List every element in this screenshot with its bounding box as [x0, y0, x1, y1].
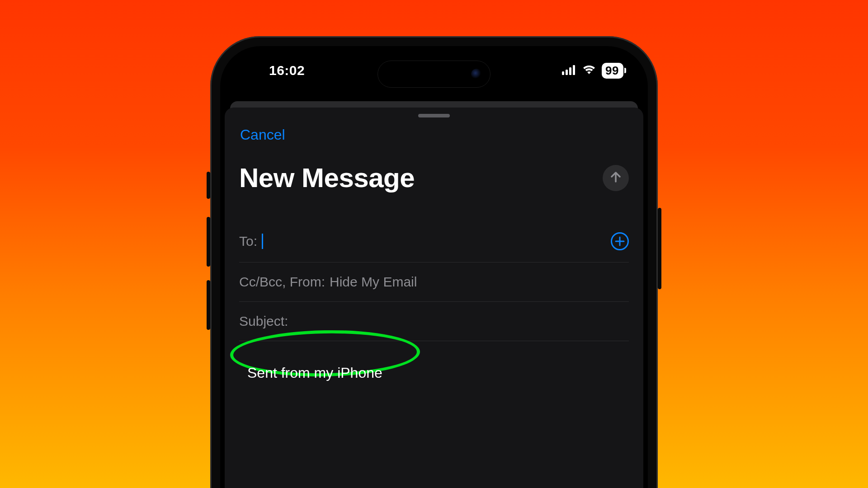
- silent-switch: [207, 172, 210, 199]
- subject-label: Subject:: [239, 314, 288, 329]
- page-title: New Message: [239, 162, 415, 193]
- arrow-up-icon: [609, 170, 623, 186]
- front-camera-icon: [471, 69, 482, 80]
- svg-rect-3: [573, 65, 575, 75]
- status-icons: 99: [562, 63, 625, 79]
- dynamic-island: [377, 61, 491, 88]
- plus-icon: [615, 236, 625, 246]
- from-value: Hide My Email: [330, 274, 417, 290]
- message-body[interactable]: Sent from my iPhone: [239, 341, 629, 384]
- svg-rect-0: [562, 71, 564, 75]
- compose-sheet: Cancel New Message To:: [225, 108, 643, 488]
- ccbcc-from-label: Cc/Bcc, From:: [239, 274, 325, 290]
- to-label: To:: [239, 234, 257, 249]
- sheet-grabber[interactable]: [418, 114, 450, 117]
- volume-up-button: [207, 217, 210, 267]
- svg-rect-1: [566, 70, 568, 75]
- phone-screen: 16:02: [220, 46, 648, 488]
- battery-level: 99: [605, 64, 619, 78]
- svg-rect-2: [569, 67, 571, 75]
- to-field-row[interactable]: To:: [239, 221, 629, 263]
- battery-indicator: 99: [602, 63, 623, 79]
- power-button: [658, 208, 661, 289]
- cancel-button[interactable]: Cancel: [240, 127, 629, 143]
- ccbcc-from-field-row[interactable]: Cc/Bcc, From: Hide My Email: [239, 263, 629, 302]
- status-time: 16:02: [243, 63, 305, 78]
- volume-down-button: [207, 280, 210, 330]
- cellular-signal-icon: [562, 63, 576, 78]
- signature-text[interactable]: Sent from my iPhone: [239, 362, 391, 384]
- wifi-icon: [582, 63, 596, 78]
- add-contact-button[interactable]: [611, 232, 629, 250]
- phone-frame: 16:02: [210, 36, 658, 488]
- text-caret: [262, 234, 263, 249]
- send-button[interactable]: [603, 165, 629, 191]
- subject-field-row[interactable]: Subject:: [239, 302, 629, 341]
